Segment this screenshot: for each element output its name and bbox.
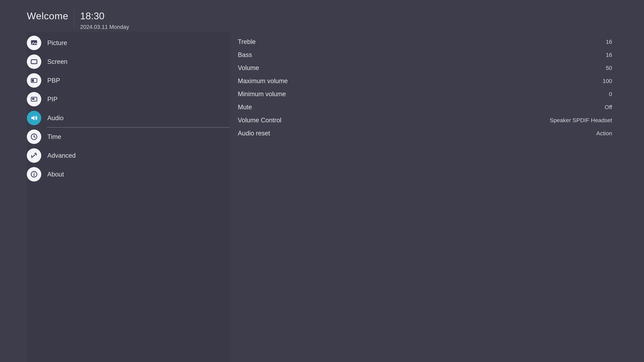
setting-value: 0: [609, 91, 612, 97]
picture-icon: [27, 36, 41, 50]
time-icon: [27, 130, 41, 144]
sidebar-item-pbp[interactable]: PBP: [27, 71, 230, 90]
sidebar-item-advanced[interactable]: Advanced: [27, 146, 230, 165]
sidebar-item-label: Advanced: [47, 152, 76, 159]
setting-row-audio-reset[interactable]: Audio reset Action: [238, 127, 612, 140]
setting-value: 50: [606, 65, 612, 71]
datetime-block: 18:30 2024.03.11 Monday: [80, 10, 129, 30]
setting-label: Bass: [238, 51, 252, 58]
sidebar-item-label: Audio: [47, 114, 64, 122]
settings-panel: Treble 16 Bass 16 Volume 50 Maximum volu…: [230, 32, 644, 362]
screen-icon: [27, 54, 41, 69]
sidebar-item-time[interactable]: Time: [27, 127, 230, 146]
svg-rect-4: [32, 79, 34, 82]
sidebar-item-screen[interactable]: Screen: [27, 52, 230, 71]
advanced-icon: [27, 148, 41, 163]
setting-label: Volume: [238, 64, 259, 71]
pip-icon: [27, 92, 41, 106]
setting-value: Action: [596, 130, 612, 137]
setting-value: Off: [604, 104, 612, 110]
sidebar-item-about[interactable]: About: [27, 165, 230, 184]
setting-row-treble[interactable]: Treble 16: [238, 35, 612, 48]
setting-label: Minimum volume: [238, 90, 286, 98]
setting-value: 100: [602, 78, 612, 84]
setting-label: Treble: [238, 38, 256, 45]
about-icon: [27, 167, 41, 182]
sidebar-item-label: Screen: [47, 58, 68, 65]
svg-rect-6: [32, 98, 34, 100]
sidebar-item-label: Picture: [47, 39, 67, 46]
setting-row-minimum-volume[interactable]: Minimum volume 0: [238, 87, 612, 100]
sidebar: Picture Screen PBP: [27, 32, 230, 362]
pbp-icon: [27, 73, 41, 88]
sidebar-item-label: Time: [47, 133, 61, 140]
header-separator: [74, 10, 74, 27]
setting-label: Volume Control: [238, 117, 282, 124]
setting-value: 16: [606, 38, 612, 45]
setting-label: Maximum volume: [238, 77, 288, 85]
svg-point-8: [34, 155, 35, 156]
sidebar-item-label: PIP: [47, 96, 58, 103]
setting-row-mute[interactable]: Mute Off: [238, 100, 612, 114]
audio-icon: [27, 111, 41, 125]
header: Welcome 18:30 2024.03.11 Monday: [0, 0, 644, 32]
setting-row-volume[interactable]: Volume 50: [238, 61, 612, 74]
svg-point-10: [34, 173, 34, 173]
clock-time: 18:30: [80, 10, 129, 21]
setting-value: 16: [606, 52, 612, 58]
setting-row-volume-control[interactable]: Volume Control Speaker SPDIF Headset: [238, 114, 612, 127]
setting-row-bass[interactable]: Bass 16: [238, 48, 612, 61]
sidebar-item-pip[interactable]: PIP: [27, 90, 230, 109]
clock-date: 2024.03.11 Monday: [80, 24, 129, 30]
svg-rect-2: [31, 60, 37, 64]
sidebar-item-label: About: [47, 171, 64, 178]
welcome-text: Welcome: [27, 10, 68, 21]
sidebar-item-label: PBP: [47, 77, 60, 84]
sidebar-item-picture[interactable]: Picture: [27, 33, 230, 52]
setting-value: Speaker SPDIF Headset: [550, 117, 612, 123]
sidebar-item-audio[interactable]: Audio: [27, 109, 230, 127]
setting-row-maximum-volume[interactable]: Maximum volume 100: [238, 74, 612, 87]
setting-label: Mute: [238, 104, 252, 111]
setting-label: Audio reset: [238, 130, 270, 137]
